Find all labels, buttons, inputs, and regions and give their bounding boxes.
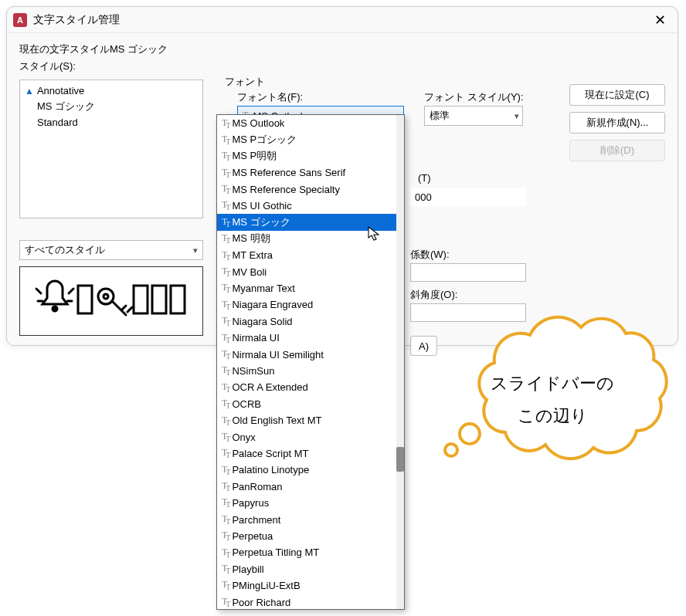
height-input[interactable]: 000 <box>410 188 526 206</box>
app-icon: A <box>13 13 27 27</box>
list-item[interactable]: ▲ Annotative <box>20 83 202 98</box>
dropdown-item[interactable]: TTParchment <box>217 511 396 527</box>
truetype-icon: TT <box>222 167 229 179</box>
width-factor-input[interactable] <box>410 263 526 282</box>
dropdown-item-label: PMingLiU-ExtB <box>232 580 300 591</box>
font-style-label: フォント スタイル(Y): <box>424 90 524 104</box>
dropdown-item[interactable]: TTPanRoman <box>217 479 396 495</box>
dropdown-scrollbar[interactable] <box>396 115 404 609</box>
style-filter-combo[interactable]: すべてのスタイル ▾ <box>19 240 203 260</box>
truetype-icon: TT <box>222 183 229 195</box>
preview-glyphs <box>30 278 192 324</box>
truetype-icon: TT <box>222 398 229 410</box>
list-item-label: Standard <box>37 117 78 128</box>
new-style-label: 新規作成(N)... <box>586 116 649 130</box>
list-item[interactable]: Standard <box>20 115 202 130</box>
dropdown-item[interactable]: TTPlaybill <box>217 561 396 577</box>
oblique-angle-label: 斜角度(O): <box>410 288 457 302</box>
dropdown-item-label: Old English Text MT <box>232 415 321 426</box>
dropdown-item[interactable]: TTOld English Text MT <box>217 412 396 428</box>
dropdown-item-label: Palatino Linotype <box>232 464 309 476</box>
dropdown-item-label: Niagara Engraved <box>232 299 313 310</box>
scrollbar-thumb[interactable] <box>396 447 404 472</box>
delete-button: 削除(D) <box>569 140 665 161</box>
dropdown-item[interactable]: TTNSimSun <box>217 363 396 379</box>
dropdown-item[interactable]: TTOnyx <box>217 428 396 445</box>
truetype-icon: TT <box>222 134 229 146</box>
dropdown-item-label: Perpetua <box>232 530 273 542</box>
dialog-content: 現在の文字スタイルMS ゴシック スタイル(S): ▲ Annotative M… <box>7 33 678 86</box>
truetype-icon: TT <box>222 232 229 245</box>
dropdown-item[interactable]: TTMS Reference Sans Serif <box>217 164 396 181</box>
dropdown-item[interactable]: TTNirmala UI <box>217 330 396 346</box>
new-style-button[interactable]: 新規作成(N)... <box>569 112 665 134</box>
dropdown-item-label: Onyx <box>232 432 255 443</box>
dropdown-item[interactable]: TTMyanmar Text <box>217 280 396 296</box>
truetype-icon: TT <box>222 299 229 311</box>
font-style-combo[interactable]: 標準 ▾ <box>424 106 523 126</box>
styles-listbox[interactable]: ▲ Annotative MS ゴシック Standard <box>19 80 203 218</box>
dropdown-item-label: Nirmala UI Semilight <box>232 349 323 360</box>
dropdown-item[interactable]: TTMS Reference Specialty <box>217 181 396 198</box>
dropdown-item-label: MS Reference Sans Serif <box>232 167 345 178</box>
set-current-label: 現在に設定(C) <box>585 88 649 102</box>
dropdown-item[interactable]: TTMT Extra <box>217 247 396 263</box>
dropdown-item[interactable]: TTMS Outlook <box>217 115 396 131</box>
dropdown-item[interactable]: TTPMingLiU-ExtB <box>217 577 396 594</box>
dropdown-item[interactable]: TTMS UI Gothic <box>217 198 396 214</box>
font-name-label: フォント名(F): <box>237 90 303 104</box>
truetype-icon: TT <box>222 579 229 591</box>
dropdown-item[interactable]: TTNiagara Solid <box>217 313 396 330</box>
annotative-icon: ▲ <box>25 86 34 96</box>
dropdown-item-label: MS Outlook <box>232 117 284 129</box>
truetype-icon: TT <box>222 117 229 130</box>
truetype-icon: TT <box>222 381 229 394</box>
list-item[interactable]: MS ゴシック <box>20 98 202 115</box>
truetype-icon: TT <box>222 596 229 608</box>
set-current-button[interactable]: 現在に設定(C) <box>569 84 665 106</box>
dropdown-item[interactable]: TTPapyrus <box>217 495 396 511</box>
svg-line-1 <box>36 289 41 293</box>
height-label: (T) <box>418 172 431 184</box>
dropdown-item[interactable]: TTMS 明朝 <box>217 231 396 247</box>
dropdown-item[interactable]: TTPerpetua Titling MT <box>217 544 396 560</box>
dropdown-item[interactable]: TTPoor Richard <box>217 594 396 609</box>
truetype-icon: TT <box>222 530 229 542</box>
delete-label: 削除(D) <box>600 144 634 157</box>
font-name-dropdown[interactable]: TTMS OutlookTTMS PゴシックTTMS P明朝TTMS Refer… <box>216 114 405 610</box>
close-icon: ✕ <box>654 12 666 29</box>
truetype-icon: TT <box>222 216 229 228</box>
chevron-down-icon: ▾ <box>193 245 198 256</box>
dropdown-item[interactable]: TTPerpetua <box>217 528 396 544</box>
style-preview <box>19 266 203 336</box>
dropdown-item[interactable]: TTMS P明朝 <box>217 148 396 164</box>
dropdown-item[interactable]: TTMV Boli <box>217 264 396 280</box>
truetype-icon: TT <box>222 249 229 262</box>
dropdown-item-label: MS Pゴシック <box>232 133 297 147</box>
dropdown-item[interactable]: TTMS Pゴシック <box>217 131 396 147</box>
dropdown-item-label: Myanmar Text <box>232 283 294 294</box>
dropdown-item-label: Parchment <box>232 514 280 526</box>
truetype-icon: TT <box>222 364 229 377</box>
font-style-value: 標準 <box>430 109 450 123</box>
dropdown-item[interactable]: TTOCRB <box>217 396 396 412</box>
truetype-icon: TT <box>222 447 229 459</box>
svg-rect-8 <box>134 286 148 313</box>
dropdown-item[interactable]: TTPalace Script MT <box>217 445 396 462</box>
truetype-icon: TT <box>222 348 229 360</box>
truetype-icon: TT <box>222 547 229 559</box>
dropdown-item-label: Papyrus <box>232 497 269 509</box>
style-filter-label: すべてのスタイル <box>25 243 105 257</box>
truetype-icon: TT <box>222 496 229 509</box>
dropdown-item-label: Niagara Solid <box>232 316 292 327</box>
close-button[interactable]: ✕ <box>648 8 671 32</box>
dropdown-item[interactable]: TTMS ゴシック <box>217 214 396 230</box>
dropdown-item-label: MS ゴシック <box>232 215 290 229</box>
dropdown-item[interactable]: TTPalatino Linotype <box>217 462 396 478</box>
dropdown-item[interactable]: TTOCR A Extended <box>217 379 396 395</box>
dropdown-item[interactable]: TTNiagara Engraved <box>217 296 396 313</box>
truetype-icon: TT <box>222 480 229 492</box>
dropdown-item[interactable]: TTNirmala UI Semilight <box>217 346 396 362</box>
dropdown-item-label: PanRoman <box>232 481 282 492</box>
dropdown-item-label: OCR A Extended <box>232 381 307 393</box>
